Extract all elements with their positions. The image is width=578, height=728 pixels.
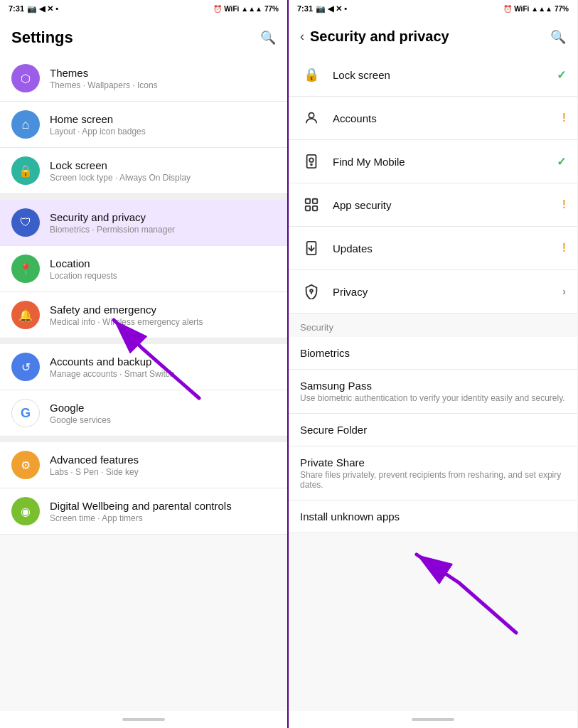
settings-item-digital-wellbeing[interactable]: ◉ Digital Wellbeing and parental control… <box>0 488 287 535</box>
settings-item-safety-emergency[interactable]: 🔔 Safety and emergency Medical info · Wi… <box>0 292 287 338</box>
left-scroll-indicator <box>122 718 165 721</box>
settings-item-accounts-backup[interactable]: ↺ Accounts and backup Manage accounts · … <box>0 344 287 390</box>
right-scroll-indicator <box>412 718 454 721</box>
right-signal-icon: ▲▲▲ <box>531 5 552 13</box>
left-title: Settings <box>11 28 73 47</box>
right-header-left: ‹ Security and privacy <box>300 28 449 45</box>
lock-screen-title: Lock screen <box>50 159 276 171</box>
sp-lock-screen-icon: 🔒 <box>300 63 323 86</box>
sp-updates-icon <box>300 237 323 259</box>
left-status-bar: 7:31 📷 ◀ ✕ • ⏰ WiFi ▲▲▲ 77% <box>0 0 287 17</box>
sp-item-private-share[interactable]: Private Share Share files privately, pre… <box>289 446 577 500</box>
sp-item-updates[interactable]: Updates ! <box>289 227 577 270</box>
safety-emergency-title: Safety and emergency <box>50 304 276 316</box>
location-text: Location Location requests <box>50 257 276 281</box>
settings-item-lock-screen[interactable]: 🔒 Lock screen Screen lock type · Always … <box>0 148 287 194</box>
svg-point-4 <box>311 164 312 166</box>
themes-text: Themes Themes · Wallpapers · Icons <box>50 67 276 90</box>
left-status-left: 7:31 📷 ◀ ✕ • <box>9 4 58 14</box>
right-settings-list: 🔒 Lock screen ✓ Accounts ! Fi <box>289 53 577 711</box>
divider-1 <box>0 194 287 200</box>
sp-item-lock-screen[interactable]: 🔒 Lock screen ✓ <box>289 53 577 97</box>
settings-item-home-screen[interactable]: ⌂ Home screen Layout · App icon badges <box>0 102 287 148</box>
right-panel: 7:31 📷 ◀ ✕ • ⏰ WiFi ▲▲▲ 77% ‹ Security a… <box>289 0 577 728</box>
sp-item-samsung-pass[interactable]: Samsung Pass Use biometric authenticatio… <box>289 370 577 414</box>
svg-rect-5 <box>306 199 310 203</box>
left-search-button[interactable]: 🔍 <box>260 30 276 46</box>
security-privacy-text: Security and privacy Biometrics · Permis… <box>50 211 276 235</box>
sp-find-my-mobile-icon <box>300 150 323 173</box>
divider-3 <box>0 437 287 442</box>
right-search-button[interactable]: 🔍 <box>550 29 566 45</box>
sp-find-my-mobile-status: ✓ <box>557 155 566 168</box>
sp-item-biometrics[interactable]: Biometrics <box>289 337 577 370</box>
right-battery: 77% <box>555 5 569 13</box>
digital-wellbeing-title: Digital Wellbeing and parental controls <box>50 500 276 512</box>
accounts-backup-text: Accounts and backup Manage accounts · Sm… <box>50 355 276 379</box>
google-icon: G <box>11 399 40 427</box>
right-header: ‹ Security and privacy 🔍 <box>289 17 577 53</box>
right-status-bar: 7:31 📷 ◀ ✕ • ⏰ WiFi ▲▲▲ 77% <box>289 0 577 17</box>
svg-rect-6 <box>313 199 317 203</box>
settings-item-advanced-features[interactable]: ⚙ Advanced features Labs · S Pen · Side … <box>0 442 287 488</box>
sp-app-security-title: App security <box>333 199 552 211</box>
settings-item-location[interactable]: 📍 Location Location requests <box>0 246 287 292</box>
home-screen-text: Home screen Layout · App icon badges <box>50 113 276 136</box>
left-settings-list: ⬡ Themes Themes · Wallpapers · Icons ⌂ H… <box>0 55 287 711</box>
security-privacy-subtitle: Biometrics · Permission manager <box>50 225 276 235</box>
themes-icon: ⬡ <box>11 64 40 92</box>
settings-item-google[interactable]: G Google Google services <box>0 390 287 437</box>
back-button[interactable]: ‹ <box>300 29 304 44</box>
google-title: Google <box>50 402 276 414</box>
left-alarm-icon: ⏰ <box>213 5 222 13</box>
lock-screen-subtitle: Screen lock type · Always On Display <box>50 173 276 183</box>
sp-accounts-title: Accounts <box>333 112 552 124</box>
themes-subtitle: Themes · Wallpapers · Icons <box>50 80 276 90</box>
lock-screen-icon: 🔒 <box>11 156 40 185</box>
divider-2 <box>0 338 287 344</box>
advanced-features-icon: ⚙ <box>11 451 40 479</box>
location-icon: 📍 <box>11 255 40 283</box>
google-text: Google Google services <box>50 402 276 425</box>
sp-item-app-security[interactable]: App security ! <box>289 183 577 227</box>
settings-item-security-privacy[interactable]: 🛡 Security and privacy Biometrics · Perm… <box>0 200 287 246</box>
right-status-right: ⏰ WiFi ▲▲▲ 77% <box>503 5 569 13</box>
sp-item-privacy[interactable]: Privacy › <box>289 270 577 314</box>
right-status-left: 7:31 📷 ◀ ✕ • <box>297 4 347 14</box>
secure-folder-title: Secure Folder <box>300 424 566 436</box>
home-screen-icon: ⌂ <box>11 110 40 139</box>
settings-item-themes[interactable]: ⬡ Themes Themes · Wallpapers · Icons <box>0 55 287 102</box>
themes-title: Themes <box>50 67 276 79</box>
right-alarm-icon: ⏰ <box>503 5 512 13</box>
sp-item-accounts[interactable]: Accounts ! <box>289 97 577 140</box>
sp-item-find-my-mobile[interactable]: Find My Mobile ✓ <box>289 140 577 183</box>
location-subtitle: Location requests <box>50 271 276 281</box>
advanced-features-subtitle: Labs · S Pen · Side key <box>50 467 276 477</box>
left-battery: 77% <box>264 5 279 13</box>
sp-privacy-title: Privacy <box>333 286 552 298</box>
accounts-backup-subtitle: Manage accounts · Smart Switch <box>50 369 276 379</box>
left-header: Settings 🔍 <box>0 17 287 55</box>
google-subtitle: Google services <box>50 415 276 425</box>
left-panel: 7:31 📷 ◀ ✕ • ⏰ WiFi ▲▲▲ 77% Settings 🔍 ⬡… <box>0 0 289 728</box>
sp-accounts-status: ! <box>562 112 566 124</box>
install-unknown-title: Install unknown apps <box>300 510 566 523</box>
sp-lock-screen-status: ✓ <box>557 68 566 82</box>
left-signal-icon: ▲▲▲ <box>241 5 262 13</box>
sp-item-install-unknown[interactable]: Install unknown apps <box>289 500 577 533</box>
security-section-header: Security <box>289 314 577 337</box>
private-share-title: Private Share <box>300 456 566 469</box>
security-privacy-title: Security and privacy <box>50 211 276 223</box>
safety-emergency-text: Safety and emergency Medical info · Wire… <box>50 304 276 327</box>
sp-app-security-status: ! <box>562 198 566 211</box>
left-notif-icons: 📷 ◀ ✕ • <box>27 4 58 14</box>
advanced-features-text: Advanced features Labs · S Pen · Side ke… <box>50 454 276 477</box>
biometrics-title: Biometrics <box>300 347 566 359</box>
digital-wellbeing-subtitle: Screen time · App timers <box>50 513 276 523</box>
left-time: 7:31 <box>9 4 24 13</box>
location-title: Location <box>50 257 276 269</box>
sp-item-secure-folder[interactable]: Secure Folder <box>289 414 577 446</box>
samsung-pass-title: Samsung Pass <box>300 380 566 392</box>
right-title: Security and privacy <box>310 28 449 45</box>
home-screen-subtitle: Layout · App icon badges <box>50 127 276 136</box>
